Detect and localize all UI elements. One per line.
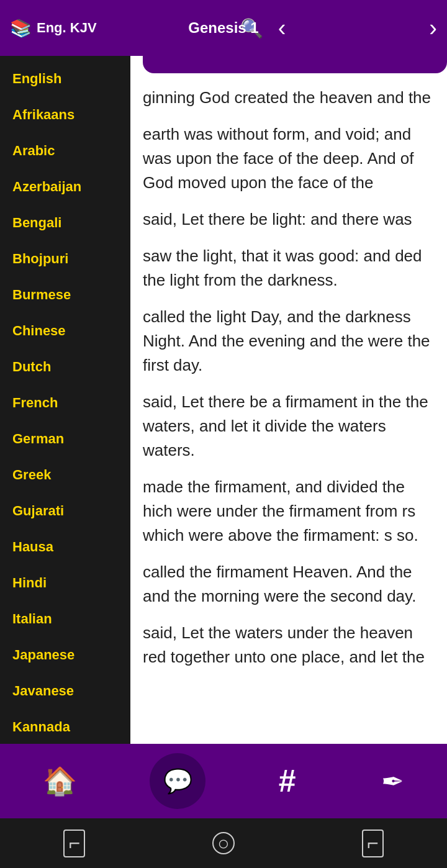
sidebar-item-arabic[interactable]: Arabic — [0, 133, 130, 169]
sidebar-item-azerbaijan[interactable]: Azerbaijan — [0, 169, 130, 205]
pen-nav-button[interactable]: ✒ — [369, 761, 417, 802]
hash-icon: # — [279, 763, 296, 799]
android-recent-button[interactable]: ⌐ — [362, 830, 384, 857]
chapter-title: Genesis 1 — [188, 19, 258, 36]
android-nav-bar: ⌐ ○ ⌐ — [0, 818, 447, 868]
bible-verse-6: said, Let there be a firmament in the th… — [143, 390, 432, 463]
sidebar-item-hausa[interactable]: Hausa — [0, 529, 130, 565]
language-sidebar: EnglishAfrikaansArabicAzerbaijanBengaliB… — [0, 56, 130, 744]
hash-nav-button[interactable]: # — [266, 758, 309, 804]
bible-verse-7: made the firmament, and divided the hich… — [143, 475, 432, 548]
app-title: Eng. KJV — [37, 20, 97, 36]
android-back-button[interactable]: ⌐ — [63, 830, 85, 857]
bible-verse-4: saw the light, that it was good: and ded… — [143, 244, 432, 292]
sidebar-item-italian[interactable]: Italian — [0, 601, 130, 637]
sidebar-item-german[interactable]: German — [0, 421, 130, 457]
forward-icon[interactable]: › — [429, 15, 437, 42]
sidebar-item-bengali[interactable]: Bengali — [0, 205, 130, 241]
bible-verse-1: ginning God created the heaven and the — [143, 86, 432, 110]
sidebar-item-japanese[interactable]: Japanese — [0, 637, 130, 673]
content-area: EnglishAfrikaansArabicAzerbaijanBengaliB… — [0, 56, 447, 744]
sidebar-item-kannada[interactable]: Kannada — [0, 709, 130, 744]
bible-verse-9: said, Let the waters under the heaven re… — [143, 621, 432, 669]
sidebar-item-javanese[interactable]: Javanese — [0, 673, 130, 709]
sidebar-item-chinese[interactable]: Chinese — [0, 313, 130, 349]
tab-indicator — [143, 56, 447, 73]
audio-nav-button[interactable]: 💬 — [150, 753, 205, 809]
header-left: 📚 Eng. KJV — [10, 18, 97, 38]
back-icon[interactable]: ‹ — [278, 15, 286, 42]
app-header: 📚 Eng. KJV 🔍 ‹ Genesis 1 › — [0, 0, 447, 56]
sidebar-item-dutch[interactable]: Dutch — [0, 349, 130, 385]
sidebar-item-gujarati[interactable]: Gujarati — [0, 493, 130, 529]
sidebar-item-bhojpuri[interactable]: Bhojpuri — [0, 241, 130, 277]
app-logo-icon: 📚 — [10, 18, 32, 38]
bible-verse-2: earth was without form, and void; and wa… — [143, 122, 432, 195]
bible-verse-5: called the light Day, and the darkness N… — [143, 305, 432, 377]
sidebar-item-hindi[interactable]: Hindi — [0, 565, 130, 601]
sidebar-item-burmese[interactable]: Burmese — [0, 277, 130, 313]
sidebar-item-french[interactable]: French — [0, 385, 130, 421]
audio-icon: 💬 — [163, 767, 192, 795]
bible-verse-3: said, Let there be light: and there was — [143, 207, 432, 232]
bible-verse-8: called the firmament Heaven. And the and… — [143, 560, 432, 608]
sidebar-item-greek[interactable]: Greek — [0, 457, 130, 493]
home-icon: 🏠 — [43, 765, 77, 797]
sidebar-item-english[interactable]: English — [0, 61, 130, 97]
sidebar-item-afrikaans[interactable]: Afrikaans — [0, 97, 130, 133]
bottom-navigation: 🏠 💬 # ✒ — [0, 744, 447, 818]
android-home-button[interactable]: ○ — [212, 832, 235, 854]
chapter-title-container: Genesis 1 — [188, 19, 258, 37]
home-nav-button[interactable]: 🏠 — [30, 760, 89, 802]
pen-icon: ✒ — [381, 766, 404, 797]
